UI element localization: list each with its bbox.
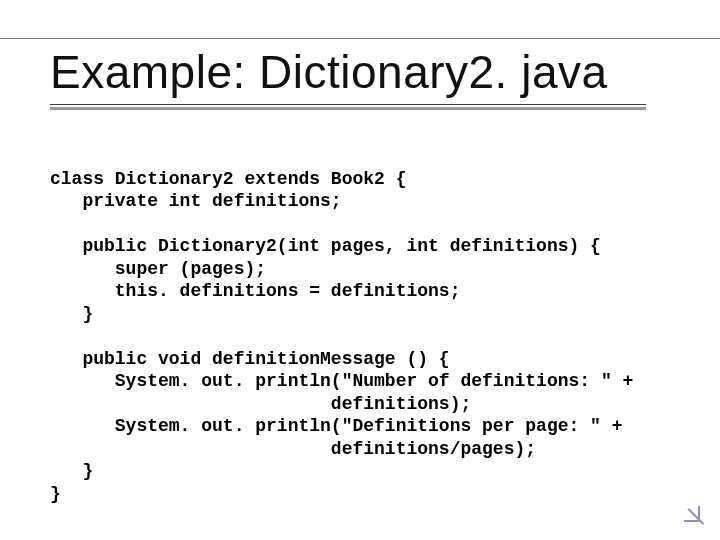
code-line: }	[50, 304, 93, 324]
code-line: this. definitions = definitions;	[50, 281, 460, 301]
code-line: class Dictionary2 extends Book2 {	[50, 169, 406, 189]
title-shadow	[50, 107, 646, 110]
code-line: private int definitions;	[50, 191, 342, 211]
code-line: public void definitionMessage () {	[50, 349, 450, 369]
code-line: }	[50, 484, 61, 504]
code-block: class Dictionary2 extends Book2 { privat…	[50, 145, 633, 505]
slide: Example: Dictionary2. java class Diction…	[0, 0, 720, 540]
top-rule	[0, 38, 720, 39]
code-line: }	[50, 461, 93, 481]
corner-decoration-icon	[684, 506, 700, 522]
code-line: System. out. println("Number of definiti…	[50, 371, 633, 391]
code-line: definitions/pages);	[50, 439, 536, 459]
code-line: definitions);	[50, 394, 471, 414]
code-line: System. out. println("Definitions per pa…	[50, 416, 623, 436]
code-line: public Dictionary2(int pages, int defini…	[50, 236, 601, 256]
slide-title: Example: Dictionary2. java	[50, 48, 608, 96]
code-line: super (pages);	[50, 259, 266, 279]
title-underline	[50, 104, 646, 105]
